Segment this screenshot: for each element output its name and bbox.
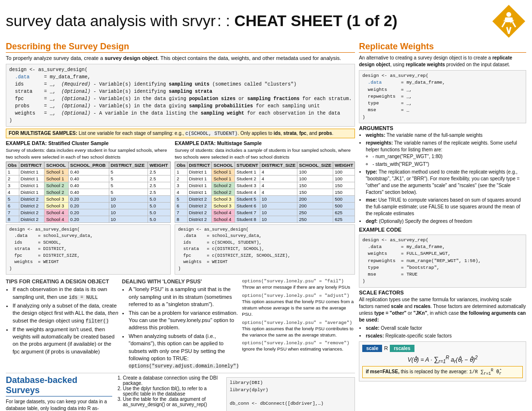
logo-diamond: srvyr — [491, 4, 526, 39]
page: survey data analysis with srvyr : : CHEA… — [0, 0, 532, 411]
db-code: library(DBI) library(dplyr) db_conn <- d… — [226, 377, 355, 411]
lonely-item-1: A "lonely PSU" is a sampling unit that i… — [129, 286, 239, 308]
multistage-note: FOR MULTISTAGE SAMPLES: List one variabl… — [6, 129, 355, 138]
right-column: Replicate Weights An alternative to crea… — [359, 42, 526, 411]
arg-mse: mse: Use TRUE to compute variances based… — [366, 197, 526, 217]
lonely-list: A "lonely PSU" is a sampling unit that i… — [122, 286, 239, 370]
stratified-example: EXAMPLE DATA: Stratified Cluster Sample … — [6, 140, 171, 277]
main-content: Describing the Survey Design To properly… — [6, 42, 526, 411]
lonely-opt-2-code: options("survey.lonely.psu" = "adjust") — [242, 293, 355, 298]
formula-container: scale R rscales V(θ̂) = A · ∑r=1R ar(θ̂r… — [359, 341, 526, 382]
table-row: 1District 1School 1Student 14100100 — [175, 168, 355, 175]
db-step-1: Create a database connection using the D… — [123, 375, 222, 386]
scale-label: scale — [362, 345, 382, 352]
db-right: library(DBI) library(dplyr) db_conn <- d… — [226, 375, 355, 411]
lonely-opt-3-code: options("survey.lonely.psu" = "average") — [242, 320, 355, 325]
scale-arg-scale: scale: Overall scale factor — [366, 325, 526, 332]
tips-col: TIPS FOR CREATING A DESIGN OBJECT If eac… — [6, 279, 119, 371]
col-school-prob: SCHOOL_PROB — [69, 161, 109, 168]
table-row: 2District 1School 10.4052.5 — [6, 175, 171, 182]
table-row: 6District 2School 30.20105.0 — [6, 202, 171, 209]
svg-point-2 — [506, 12, 511, 17]
arg-type: type: The replication method used to cre… — [366, 169, 526, 196]
if-mse-box: if mse=FALSE, this is replaced by the av… — [362, 366, 523, 378]
design-code: design <- as_survey_design( .data = my_d… — [6, 64, 355, 127]
ms-col-school: SCHOOL — [212, 161, 235, 168]
ms-col-school-size: SCHOOL_SIZE — [297, 161, 333, 168]
tips-lonely-section: TIPS FOR CREATING A DESIGN OBJECT If eac… — [6, 279, 355, 371]
col-district-size: DISTRICT_SIZE — [109, 161, 148, 168]
lonely-item-2: This can be a problem for variance estim… — [129, 309, 239, 332]
scale-factors-desc: All replication types use the same formu… — [359, 296, 526, 323]
arg-degf: degf: (Optionally) Specify the degrees o… — [366, 218, 526, 225]
example-code-title: EXAMPLE CODE — [359, 227, 526, 233]
replicate-title: Replicate Weights — [359, 42, 526, 53]
db-middle: Create a database connection using the D… — [116, 375, 222, 411]
table-row: 6District 2School 3Student 610200500 — [175, 202, 355, 209]
design-intro: To properly analyze survey data, create … — [6, 55, 355, 62]
ms-col-obs: Obs — [175, 161, 187, 168]
page-title: survey data analysis with srvyr : : CHEA… — [6, 13, 398, 29]
args-title: ARGUMENTS — [359, 125, 526, 131]
table-row: 7District 2School 40.20105.0 — [6, 209, 171, 216]
logo: srvyr — [491, 4, 526, 39]
db-intro: For large datasets, you can keep your da… — [6, 398, 112, 411]
lonely-item-3: When analyzing subsets of data (i.e., "d… — [129, 333, 239, 370]
col-district: DISTRICT — [19, 161, 44, 168]
ms-col-weight: WEIGHT — [333, 161, 355, 168]
lonely-opt-4-desc: Ignore the lonely PSU when estimating va… — [242, 346, 355, 352]
lonely-opt-3-desc: This option assumes that the lonely PSU … — [242, 325, 355, 338]
scale-factors-title: SCALE FACTORS — [359, 290, 526, 295]
table-row: 8District 2School 40.20105.0 — [6, 216, 171, 222]
tip-3: If the weights argument isn't used, then… — [13, 326, 119, 356]
multistage-table: Obs DISTRICT SCHOOL STUDENT DISTRICT_SIZ… — [175, 161, 355, 223]
example-section: EXAMPLE DATA: Stratified Cluster Sample … — [6, 140, 355, 277]
lonely-psu-title: DEALING WITH 'LONELY PSUS' — [122, 279, 239, 284]
design-section-title: Describing the Survey Design — [6, 42, 355, 53]
table-row: 3District 1School 2Student 34150150 — [175, 182, 355, 189]
db-left: Database-backed Surveys For large datase… — [6, 375, 112, 411]
r-label: R — [384, 345, 388, 351]
table-row: 5District 2School 3Student 510200500 — [175, 195, 355, 202]
scale-arg-rscales: rscales: Replicate-specific scale factor… — [366, 333, 526, 339]
header: survey data analysis with srvyr : : CHEA… — [6, 4, 526, 39]
multistage-desc: Survey of students: data includes a samp… — [175, 147, 355, 160]
col-weight: WEIGHT — [148, 161, 171, 168]
stratified-title: EXAMPLE DATA: Stratified Cluster Sample — [6, 140, 171, 146]
arg-repweights: repweights: The variable names of the re… — [366, 140, 526, 168]
design-section: Describing the Survey Design To properly… — [6, 42, 355, 371]
left-column: Describing the Survey Design To properly… — [6, 42, 355, 411]
table-row: 5District 2School 30.20105.0 — [6, 195, 171, 202]
lonely-psu-col: DEALING WITH 'LONELY PSUS' A "lonely PSU… — [122, 279, 239, 371]
db-step-2: Use the dplyr function tbl(), to refer t… — [123, 386, 222, 396]
db-steps: Create a database connection using the D… — [116, 375, 222, 407]
scale-args: scale: Overall scale factor rscales: Rep… — [359, 325, 526, 339]
lonely-opt-2-desc: This option assumes that the lonely PSU … — [242, 298, 355, 318]
tip-1: If each observation in the data is its o… — [13, 286, 119, 301]
args-list: weights: The variable name of the full-s… — [359, 132, 526, 225]
db-section-title: Database-backed Surveys — [6, 375, 112, 396]
table-row: 4District 1School 20.4052.5 — [6, 189, 171, 195]
arg-weights: weights: The variable name of the full-s… — [366, 132, 526, 139]
arg-repweights-1: - num_range("REP_WGT", 1:80) — [372, 153, 526, 160]
lonely-opt-1-desc: Throw an error message if there are any … — [242, 284, 355, 290]
stratified-desc: Survey of students: data includes every … — [6, 147, 171, 160]
replicate-section: Replicate Weights An alternative to crea… — [359, 42, 526, 382]
stratified-code: design <- as_survey_design( .data = scho… — [6, 224, 171, 275]
rscales-label: rscales — [390, 345, 414, 352]
db-section: Database-backed Surveys For large datase… — [6, 373, 355, 411]
ms-col-district: DISTRICT — [187, 161, 212, 168]
col-school: SCHOOL — [44, 161, 69, 168]
multistage-example: EXAMPLE DATA: Multistage Sample Survey o… — [175, 140, 355, 277]
replicate-intro: An alternative to creating a survey desi… — [359, 55, 526, 68]
ms-col-dist-size: DISTRICT_SIZE — [260, 161, 297, 168]
args-section: ARGUMENTS weights: The variable name of … — [359, 125, 526, 225]
variance-formula: V(θ̂) = A · ∑r=1R ar(θ̂r − θ̂)2 — [362, 353, 523, 366]
lonely-opt-1-code: options("survey.lonely.psu" = "fail") — [242, 279, 355, 284]
svg-rect-3 — [505, 17, 513, 22]
scale-labels: scale R rscales — [362, 345, 523, 352]
col-obs: Obs — [6, 161, 19, 168]
table-row: 1District 1School 10.4052.5 — [6, 168, 171, 175]
tips-list: If each observation in the data is its o… — [6, 286, 119, 355]
db-step-3: Use the table for the .data argument of … — [123, 396, 222, 407]
